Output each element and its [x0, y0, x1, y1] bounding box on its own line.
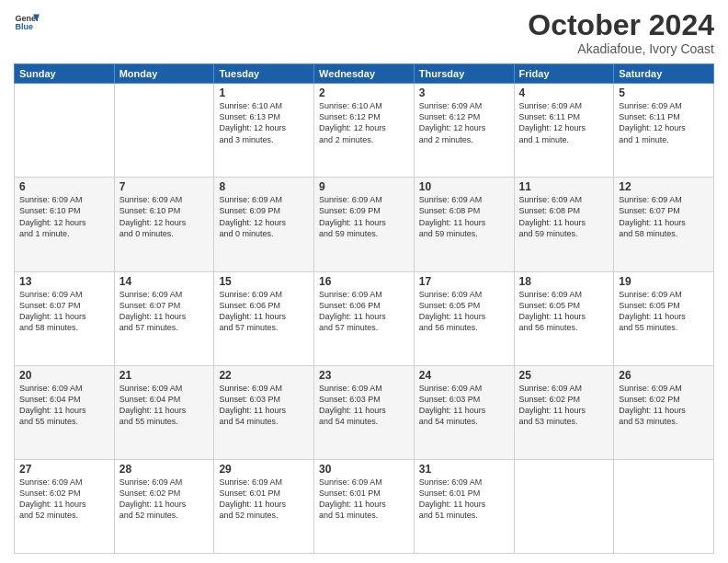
day-info: Sunrise: 6:09 AM Sunset: 6:01 PM Dayligh… [419, 477, 509, 522]
day-number: 11 [519, 180, 609, 193]
day-info: Sunrise: 6:09 AM Sunset: 6:11 PM Dayligh… [519, 100, 609, 145]
day-number: 6 [19, 180, 109, 193]
calendar-cell: 3Sunrise: 6:09 AM Sunset: 6:12 PM Daylig… [414, 84, 514, 178]
day-info: Sunrise: 6:09 AM Sunset: 6:03 PM Dayligh… [219, 383, 309, 428]
day-number: 30 [319, 463, 409, 476]
calendar-cell: 13Sunrise: 6:09 AM Sunset: 6:07 PM Dayli… [15, 271, 115, 365]
day-info: Sunrise: 6:09 AM Sunset: 6:03 PM Dayligh… [419, 383, 509, 428]
weekday-header-row: SundayMondayTuesdayWednesdayThursdayFrid… [15, 64, 714, 84]
calendar-week-2: 6Sunrise: 6:09 AM Sunset: 6:10 PM Daylig… [15, 178, 714, 271]
day-number: 24 [419, 369, 509, 382]
weekday-header-saturday: Saturday [614, 64, 714, 84]
calendar-cell: 24Sunrise: 6:09 AM Sunset: 6:03 PM Dayli… [414, 365, 514, 459]
day-info: Sunrise: 6:09 AM Sunset: 6:02 PM Dayligh… [19, 477, 109, 522]
calendar-cell: 25Sunrise: 6:09 AM Sunset: 6:02 PM Dayli… [514, 365, 614, 459]
day-info: Sunrise: 6:09 AM Sunset: 6:04 PM Dayligh… [19, 383, 109, 428]
page-header: General Blue October 2024 Akadiafoue, Iv… [14, 9, 714, 56]
day-number: 12 [619, 180, 709, 193]
weekday-header-wednesday: Wednesday [314, 64, 415, 84]
day-info: Sunrise: 6:09 AM Sunset: 6:07 PM Dayligh… [119, 289, 210, 334]
day-info: Sunrise: 6:09 AM Sunset: 6:02 PM Dayligh… [619, 383, 709, 428]
calendar-cell [514, 459, 614, 553]
day-info: Sunrise: 6:09 AM Sunset: 6:07 PM Dayligh… [619, 194, 709, 239]
calendar-cell: 20Sunrise: 6:09 AM Sunset: 6:04 PM Dayli… [15, 365, 115, 459]
day-number: 29 [219, 463, 309, 476]
day-number: 14 [119, 275, 210, 288]
location-subtitle: Akadiafoue, Ivory Coast [528, 41, 714, 56]
day-number: 13 [19, 275, 109, 288]
calendar-cell: 16Sunrise: 6:09 AM Sunset: 6:06 PM Dayli… [314, 271, 415, 365]
calendar-cell: 29Sunrise: 6:09 AM Sunset: 6:01 PM Dayli… [214, 459, 314, 553]
day-number: 17 [419, 275, 509, 288]
day-info: Sunrise: 6:09 AM Sunset: 6:07 PM Dayligh… [19, 289, 109, 334]
day-info: Sunrise: 6:09 AM Sunset: 6:02 PM Dayligh… [519, 383, 609, 428]
calendar-cell: 23Sunrise: 6:09 AM Sunset: 6:03 PM Dayli… [314, 365, 415, 459]
calendar-cell: 21Sunrise: 6:09 AM Sunset: 6:04 PM Dayli… [114, 365, 214, 459]
calendar-cell [614, 459, 714, 553]
day-info: Sunrise: 6:09 AM Sunset: 6:12 PM Dayligh… [419, 100, 509, 145]
day-info: Sunrise: 6:09 AM Sunset: 6:05 PM Dayligh… [419, 289, 509, 334]
day-number: 4 [519, 86, 609, 99]
calendar-week-5: 27Sunrise: 6:09 AM Sunset: 6:02 PM Dayli… [15, 459, 714, 553]
day-info: Sunrise: 6:09 AM Sunset: 6:04 PM Dayligh… [119, 383, 210, 428]
calendar-cell: 14Sunrise: 6:09 AM Sunset: 6:07 PM Dayli… [114, 271, 214, 365]
calendar-cell: 28Sunrise: 6:09 AM Sunset: 6:02 PM Dayli… [114, 459, 214, 553]
weekday-header-thursday: Thursday [414, 64, 514, 84]
day-info: Sunrise: 6:09 AM Sunset: 6:11 PM Dayligh… [619, 100, 709, 145]
calendar-cell: 4Sunrise: 6:09 AM Sunset: 6:11 PM Daylig… [514, 84, 614, 178]
calendar-cell: 11Sunrise: 6:09 AM Sunset: 6:08 PM Dayli… [514, 178, 614, 271]
calendar-cell: 12Sunrise: 6:09 AM Sunset: 6:07 PM Dayli… [614, 178, 714, 271]
day-number: 27 [19, 463, 109, 476]
calendar-cell [114, 84, 214, 178]
calendar-cell: 26Sunrise: 6:09 AM Sunset: 6:02 PM Dayli… [614, 365, 714, 459]
day-number: 28 [119, 463, 210, 476]
weekday-header-tuesday: Tuesday [214, 64, 314, 84]
calendar-cell: 10Sunrise: 6:09 AM Sunset: 6:08 PM Dayli… [414, 178, 514, 271]
day-number: 8 [219, 180, 309, 193]
calendar-cell: 19Sunrise: 6:09 AM Sunset: 6:05 PM Dayli… [614, 271, 714, 365]
calendar-cell: 27Sunrise: 6:09 AM Sunset: 6:02 PM Dayli… [15, 459, 115, 553]
calendar-week-3: 13Sunrise: 6:09 AM Sunset: 6:07 PM Dayli… [15, 271, 714, 365]
calendar-week-1: 1Sunrise: 6:10 AM Sunset: 6:13 PM Daylig… [15, 84, 714, 178]
weekday-header-friday: Friday [514, 64, 614, 84]
day-number: 18 [519, 275, 609, 288]
day-number: 5 [619, 86, 709, 99]
day-number: 31 [419, 463, 509, 476]
calendar-body: 1Sunrise: 6:10 AM Sunset: 6:13 PM Daylig… [15, 84, 714, 554]
calendar-table: SundayMondayTuesdayWednesdayThursdayFrid… [14, 63, 714, 554]
day-number: 26 [619, 369, 709, 382]
weekday-header-sunday: Sunday [15, 64, 115, 84]
calendar-cell: 17Sunrise: 6:09 AM Sunset: 6:05 PM Dayli… [414, 271, 514, 365]
day-number: 2 [319, 86, 409, 99]
day-number: 10 [419, 180, 509, 193]
day-info: Sunrise: 6:09 AM Sunset: 6:08 PM Dayligh… [519, 194, 609, 239]
day-number: 1 [219, 86, 309, 99]
day-number: 16 [319, 275, 409, 288]
calendar-cell: 22Sunrise: 6:09 AM Sunset: 6:03 PM Dayli… [214, 365, 314, 459]
day-number: 21 [119, 369, 210, 382]
day-info: Sunrise: 6:09 AM Sunset: 6:09 PM Dayligh… [219, 194, 309, 239]
day-info: Sunrise: 6:09 AM Sunset: 6:09 PM Dayligh… [319, 194, 409, 239]
weekday-header-monday: Monday [114, 64, 214, 84]
day-info: Sunrise: 6:09 AM Sunset: 6:02 PM Dayligh… [119, 477, 210, 522]
calendar-cell: 8Sunrise: 6:09 AM Sunset: 6:09 PM Daylig… [214, 178, 314, 271]
day-number: 20 [19, 369, 109, 382]
calendar-cell: 6Sunrise: 6:09 AM Sunset: 6:10 PM Daylig… [15, 178, 115, 271]
day-info: Sunrise: 6:09 AM Sunset: 6:10 PM Dayligh… [119, 194, 210, 239]
calendar-cell: 2Sunrise: 6:10 AM Sunset: 6:12 PM Daylig… [314, 84, 415, 178]
calendar-cell: 5Sunrise: 6:09 AM Sunset: 6:11 PM Daylig… [614, 84, 714, 178]
day-number: 9 [319, 180, 409, 193]
calendar-cell: 7Sunrise: 6:09 AM Sunset: 6:10 PM Daylig… [114, 178, 214, 271]
day-info: Sunrise: 6:09 AM Sunset: 6:05 PM Dayligh… [619, 289, 709, 334]
calendar-cell: 30Sunrise: 6:09 AM Sunset: 6:01 PM Dayli… [314, 459, 415, 553]
day-info: Sunrise: 6:09 AM Sunset: 6:10 PM Dayligh… [19, 194, 109, 239]
day-info: Sunrise: 6:10 AM Sunset: 6:12 PM Dayligh… [319, 100, 409, 145]
day-number: 22 [219, 369, 309, 382]
logo-icon: General Blue [14, 9, 40, 35]
day-info: Sunrise: 6:09 AM Sunset: 6:01 PM Dayligh… [319, 477, 409, 522]
svg-text:Blue: Blue [15, 22, 33, 31]
month-title: October 2024 [528, 9, 714, 41]
calendar-cell: 15Sunrise: 6:09 AM Sunset: 6:06 PM Dayli… [214, 271, 314, 365]
day-number: 7 [119, 180, 210, 193]
day-number: 19 [619, 275, 709, 288]
